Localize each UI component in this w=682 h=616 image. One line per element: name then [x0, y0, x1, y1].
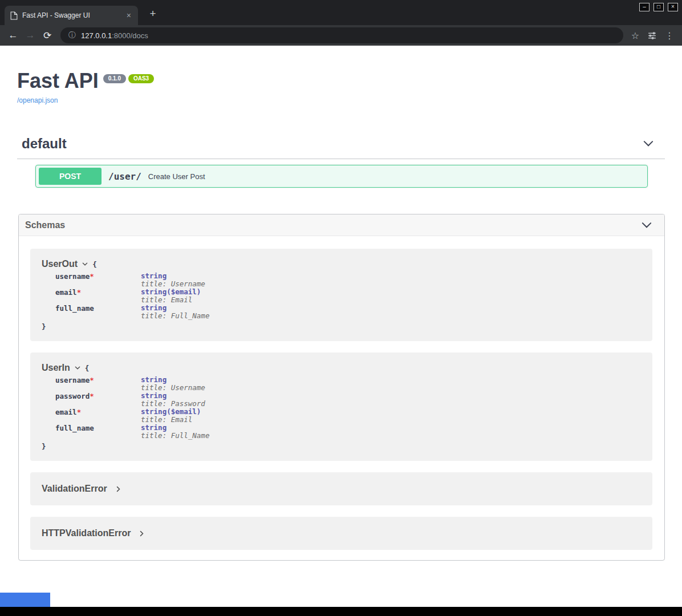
page-favicon-icon — [10, 11, 18, 20]
reload-button-icon[interactable]: ⟳ — [39, 30, 56, 42]
browser-menu-icon[interactable]: ⋮ — [665, 30, 674, 41]
property-type: string — [141, 376, 205, 384]
status-bubble — [0, 593, 50, 607]
schemas-heading: Schemas — [25, 220, 65, 230]
window-minimize-button[interactable]: – — [639, 3, 649, 11]
model-properties: username* string title: Username email* … — [55, 272, 641, 320]
openapi-spec-link[interactable]: /openapi.json — [17, 96, 58, 104]
window-controls: – □ × — [639, 3, 678, 11]
toolbar-right: ☆ ⋮ — [628, 30, 677, 41]
model-toggle-icon[interactable] — [82, 261, 88, 268]
operation-summary: Create User Post — [148, 172, 205, 181]
property-definition: string($email) title: Email — [141, 288, 201, 304]
oas3-badge: OAS3 — [128, 74, 154, 83]
browser-titlebar: Fast API - Swagger UI × + – □ × — [0, 0, 682, 25]
site-info-icon[interactable]: ⓘ — [68, 30, 76, 40]
url-path: :8000/docs — [112, 31, 148, 40]
property-name: password* — [55, 392, 141, 408]
tab-close-icon[interactable]: × — [125, 11, 132, 19]
model-properties: username* string title: Username passwor… — [55, 376, 641, 440]
property-type: string — [141, 392, 205, 400]
model-toggle-icon[interactable] — [74, 364, 81, 371]
property-definition: string title: Username — [141, 272, 205, 288]
property-name-text: username — [55, 272, 90, 281]
property-name-text: email — [55, 408, 77, 416]
property-type: string($email) — [141, 288, 201, 296]
required-star: * — [90, 376, 94, 384]
browser-window: Fast API - Swagger UI × + – □ × ← → ⟳ ⓘ … — [0, 0, 682, 616]
property-name-text: email — [55, 288, 77, 297]
property-definition: string title: Password — [141, 392, 205, 408]
required-star: * — [90, 272, 94, 281]
tag-section-default: default POST /user/ Create User Post — [17, 131, 665, 188]
http-method-badge: POST — [39, 168, 102, 185]
model-name: HTTPValidationError — [42, 528, 131, 538]
window-close-button[interactable]: × — [668, 3, 678, 11]
property-name-text: full_name — [55, 304, 94, 313]
forward-button-icon[interactable]: → — [22, 30, 39, 41]
property-title: title: Email — [141, 296, 201, 304]
brace-open: { — [92, 260, 97, 269]
property-name-text: username — [55, 376, 90, 384]
property-definition: string title: Full_Name — [141, 304, 209, 320]
chevron-down-icon[interactable] — [640, 219, 653, 232]
operation-path: /user/ — [108, 171, 141, 182]
swagger-page: Fast API0.1.0OAS3 /openapi.json default … — [0, 46, 682, 607]
property-row: email* string($email) title: Email — [55, 288, 641, 304]
tab-title: Fast API - Swagger UI — [22, 11, 121, 19]
chevron-right-icon[interactable] — [138, 530, 145, 537]
window-bottom-edge — [0, 607, 682, 616]
model-httpvalidationerror[interactable]: HTTPValidationError — [30, 517, 652, 550]
tag-name: default — [22, 136, 67, 152]
back-button-icon[interactable]: ← — [5, 30, 22, 41]
property-row: username* string title: Username — [55, 272, 641, 288]
tune-icon[interactable] — [647, 31, 657, 40]
model-title-row[interactable]: UserIn { — [42, 363, 641, 373]
property-name-text: full_name — [55, 424, 94, 432]
browser-tab[interactable]: Fast API - Swagger UI × — [5, 6, 138, 25]
new-tab-button[interactable]: + — [146, 7, 160, 20]
window-maximize-button[interactable]: □ — [653, 3, 664, 11]
opblock-post-user[interactable]: POST /user/ Create User Post — [35, 165, 648, 188]
property-name-text: password — [55, 392, 90, 400]
property-title: title: Username — [141, 384, 205, 392]
chevron-down-icon[interactable] — [642, 137, 655, 150]
property-definition: string($email) title: Email — [141, 408, 201, 424]
api-info: Fast API0.1.0OAS3 /openapi.json — [0, 46, 682, 105]
required-star: * — [77, 288, 82, 297]
required-star: * — [90, 392, 94, 400]
schemas-header[interactable]: Schemas — [19, 214, 664, 236]
brace-open: { — [85, 364, 90, 372]
property-row: password* string title: Password — [55, 392, 641, 408]
chevron-right-icon[interactable] — [115, 485, 122, 493]
property-name: email* — [55, 288, 141, 304]
brace-close: } — [42, 322, 641, 331]
model-name: ValidationError — [42, 484, 107, 494]
model-title-row[interactable]: UserOut { — [42, 259, 641, 269]
required-star: * — [77, 408, 82, 416]
property-type: string($email) — [141, 408, 201, 416]
bookmark-star-icon[interactable]: ☆ — [631, 30, 639, 41]
property-definition: string title: Full_Name — [141, 424, 209, 440]
property-title: title: Password — [141, 400, 205, 408]
property-row: full_name string title: Full_Name — [55, 424, 641, 440]
schemas-body: UserOut { username* string — [19, 236, 664, 560]
address-bar[interactable]: ⓘ 127.0.0.1:8000/docs — [60, 27, 623, 43]
property-title: title: Full_Name — [141, 432, 209, 440]
url-text: 127.0.0.1:8000/docs — [81, 31, 148, 40]
browser-toolbar: ← → ⟳ ⓘ 127.0.0.1:8000/docs ☆ ⋮ — [0, 25, 682, 46]
property-name: email* — [55, 408, 141, 424]
property-name: full_name — [55, 304, 141, 320]
version-badge: 0.1.0 — [103, 74, 126, 83]
brace-close: } — [42, 442, 641, 451]
property-title: title: Email — [141, 416, 201, 424]
property-type: string — [141, 304, 209, 312]
property-definition: string title: Username — [141, 376, 205, 392]
tag-header[interactable]: default — [17, 131, 665, 159]
property-row: username* string title: Username — [55, 376, 641, 392]
schemas-section: Schemas UserOut — [18, 214, 665, 561]
api-title-text: Fast API — [17, 69, 99, 92]
model-validationerror[interactable]: ValidationError — [30, 472, 652, 505]
model-name: UserOut — [42, 259, 78, 269]
property-type: string — [141, 272, 205, 280]
